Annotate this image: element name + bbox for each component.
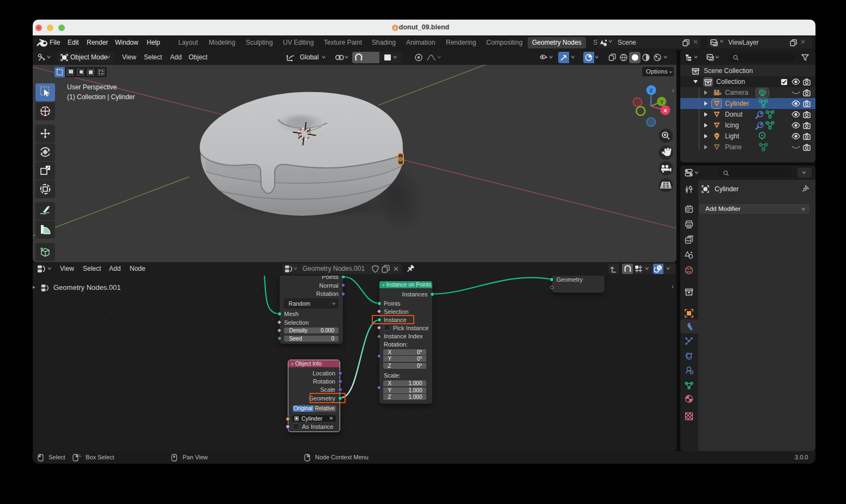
svg-text:Z: Z: [650, 87, 653, 93]
svg-text:X: X: [663, 107, 667, 113]
svg-text:Y: Y: [660, 99, 664, 105]
